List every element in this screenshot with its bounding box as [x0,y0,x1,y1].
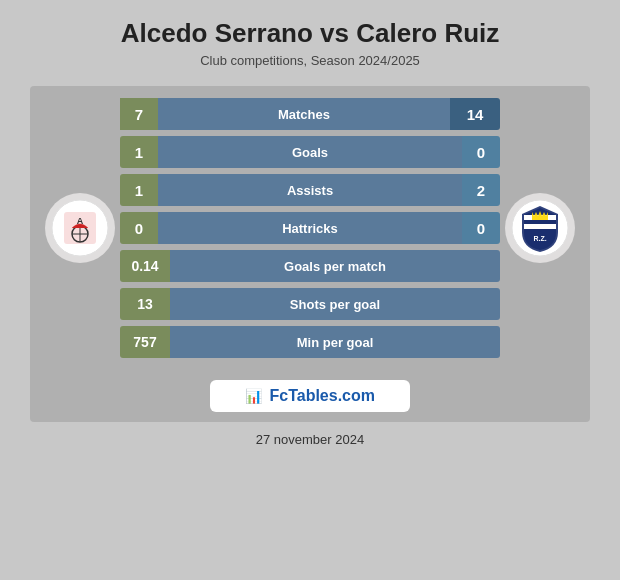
min-per-goal-label: Min per goal [170,326,500,358]
shots-per-goal-val: 13 [120,288,170,320]
stats-card: A 7 Matches 14 [30,86,590,422]
matches-label: Matches [158,98,450,130]
shots-per-goal-label: Shots per goal [170,288,500,320]
goals-per-match-val: 0.14 [120,250,170,282]
min-per-goal-val: 757 [120,326,170,358]
hattricks-right-val: 0 [462,212,500,244]
goals-right-val: 0 [462,136,500,168]
stat-row-assists: 1 Assists 2 [120,174,500,206]
hattricks-left-val: 0 [120,212,158,244]
brand-box: 📊 FcTables.com [210,380,410,412]
stat-row-shots-per-goal: 13 Shots per goal [120,288,500,320]
goals-label: Goals [158,136,462,168]
date-label: 27 november 2024 [256,432,364,447]
stat-row-min-per-goal: 757 Min per goal [120,326,500,358]
brand-row: 📊 FcTables.com [40,368,580,412]
assists-right-val: 2 [462,174,500,206]
team-logo-right: R.Z. [505,193,575,263]
stat-row-goals: 1 Goals 0 [120,136,500,168]
stat-row-matches: 7 Matches 14 [120,98,500,130]
stat-row-hattricks: 0 Hattricks 0 [120,212,500,244]
stat-row-goals-per-match: 0.14 Goals per match [120,250,500,282]
goals-left-val: 1 [120,136,158,168]
brand-text: FcTables.com [269,387,375,404]
assists-label: Assists [158,174,462,206]
logo-right: R.Z. [500,193,580,263]
matches-right-val: 14 [450,98,500,130]
page-subtitle: Club competitions, Season 2024/2025 [200,53,420,68]
goals-per-match-label: Goals per match [170,250,500,282]
hattricks-label: Hattricks [158,212,462,244]
assists-left-val: 1 [120,174,158,206]
page-title: Alcedo Serrano vs Calero Ruiz [121,18,500,49]
brand-icon: 📊 [245,388,262,404]
stats-bars: 7 Matches 14 1 Goals 0 1 [120,98,500,358]
team-logo-left: A [45,193,115,263]
logo-left: A [40,193,120,263]
matches-left-val: 7 [120,98,158,130]
svg-text:R.Z.: R.Z. [533,235,546,242]
